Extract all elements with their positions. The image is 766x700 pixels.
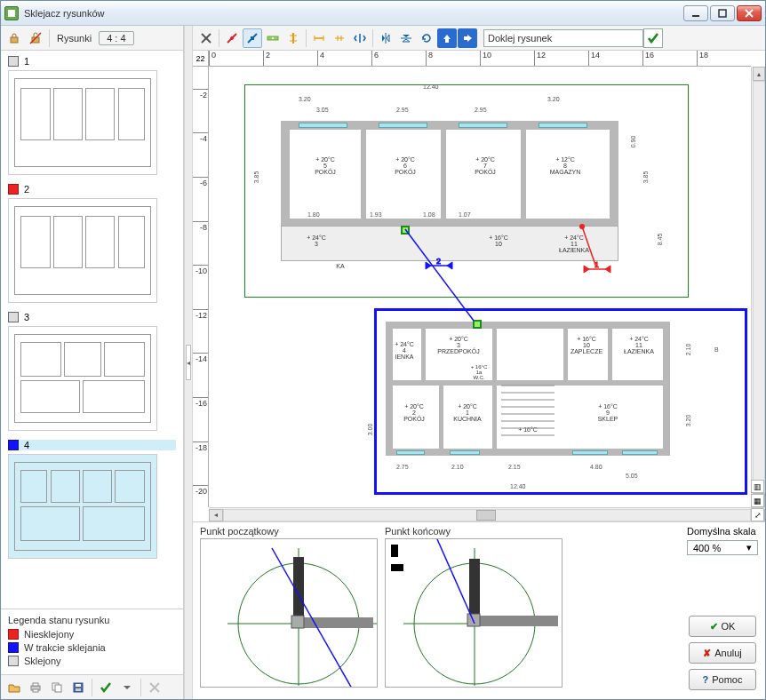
drawings-counter: 4 : 4 [99,31,133,45]
close-button[interactable] [737,5,762,21]
svg-rect-56 [291,616,304,628]
svg-rect-1 [719,10,726,17]
legend-title: Legenda stanu rysunku [8,615,176,625]
sidebar-toolbar: Rysunki 4 : 4 [1,26,183,51]
thumb-number: 1 [24,56,29,67]
snap-line-icon[interactable] [243,28,262,48]
svg-rect-11 [55,685,61,692]
save-icon[interactable] [68,678,88,697]
level-icon[interactable] [263,28,283,48]
help-button[interactable]: ?Pomoc [689,669,756,690]
layers-icon[interactable]: ▥ [751,480,764,493]
thumbnail-item[interactable]: 3 [8,312,176,431]
ruler-origin: 22 [193,51,209,67]
sidebar-bottom-toolbar [1,674,183,699]
cross-icon: ✘ [703,648,711,659]
dialog-buttons: ✔OK ✘Anuluj ?Pomoc [689,616,756,690]
horizontal-ruler: 02468101214161820 [209,51,751,67]
dimension-segment-icon[interactable] [330,28,349,48]
svg-rect-64 [469,616,558,626]
dropdown-caret-icon: ▾ [746,542,752,553]
default-scale-label: Domyślna skala [687,526,756,537]
legend-item: Niesklejony [8,629,176,640]
preview-panel: Punkt początkowy Pu [193,521,765,699]
arrow-up-icon[interactable] [437,28,457,48]
thumbnail-image [8,454,157,559]
window-title: Sklejacz rysunków [24,8,683,19]
svg-rect-13 [76,684,81,687]
lock-icon[interactable] [4,28,24,48]
titlebar: Sklejacz rysunków [1,1,765,26]
vertical-scrollbar[interactable]: ▴ ▾ [751,67,765,507]
horizontal-scrollbar[interactable]: ◂ ▸ [209,507,765,521]
align-vertical-icon[interactable] [283,28,303,48]
zoom-extents-icon[interactable]: ⤢ [751,508,764,521]
dimension-label: 12.40 [423,84,439,90]
legend-label: W trakcie sklejania [24,642,106,653]
legend-label: Sklejony [24,656,61,666]
print-icon[interactable] [26,678,45,697]
start-point-preview [200,538,378,688]
legend-swatch-icon [8,629,19,640]
start-point-label: Punkt początkowy [200,526,378,537]
ok-button[interactable]: ✔OK [689,616,756,637]
drawing-canvas[interactable]: 12.40 3.20 3.05 2.95 2.95 3.20 [209,67,765,507]
status-square-icon [8,184,19,195]
thumbnail-item[interactable]: 4 [8,440,176,559]
cancel-button[interactable]: ✘Anuluj [689,642,756,664]
mirror-h-icon[interactable] [396,28,416,48]
cancel-action-icon[interactable] [196,28,216,48]
svg-point-20 [230,36,234,40]
dimension-h-icon[interactable] [309,28,329,48]
workspace-toolbar: Doklej rysunek [193,26,765,51]
unlock-icon[interactable] [26,28,45,48]
dropdown-arrow-icon[interactable] [117,678,137,697]
grid-icon[interactable]: ▦ [751,494,764,507]
thumb-number: 2 [24,184,29,195]
drawings-label: Rysunki [57,33,92,44]
end-point-preview [385,538,563,688]
question-icon: ? [703,674,709,685]
copy-icon[interactable] [47,678,67,697]
snap-point-icon[interactable] [222,28,242,48]
scale-dropdown[interactable]: 400 % ▾ [687,540,758,555]
command-label: Doklej rysunek [488,33,552,44]
thumbnail-list: 1 2 [1,51,183,609]
sidebar-collapse-handle[interactable]: ◂ [184,26,193,699]
thumbnail-item[interactable]: 1 [8,56,176,175]
scroll-up-icon[interactable]: ▴ [753,67,765,81]
thumbnail-item[interactable]: 2 [8,184,176,303]
svg-rect-9 [33,689,38,692]
status-square-icon [8,56,19,67]
minimize-button[interactable] [683,5,708,21]
confirm-icon[interactable] [96,678,116,697]
svg-rect-62 [391,564,403,571]
app-window: Sklejacz rysunków Rysunki 4 : 4 1 [0,0,766,700]
status-square-icon [8,312,19,322]
workspace: Doklej rysunek 22 02468101214161820 -2-4… [193,26,765,699]
open-icon[interactable] [4,678,24,697]
mirror-v-icon[interactable] [376,28,395,48]
delete-icon[interactable] [145,678,164,697]
legend-label: Niesklejony [24,629,74,640]
scale-value: 400 % [693,543,721,553]
svg-rect-55 [293,617,373,628]
rotate-icon[interactable] [417,28,436,48]
command-confirm-button[interactable] [643,28,663,48]
svg-rect-22 [251,36,254,40]
vertical-ruler: -2-4-6-8-10-12-14-16-18-20 [193,67,209,507]
sidebar: Rysunki 4 : 4 1 [1,26,184,699]
scrollbar-thumb[interactable] [476,510,496,521]
legend-swatch-icon [8,642,19,653]
thumb-number: 4 [24,440,29,450]
flip-h-icon[interactable] [350,28,370,48]
app-icon [4,6,19,20]
scroll-left-icon[interactable]: ◂ [209,509,223,521]
command-dropdown[interactable]: Doklej rysunek [483,29,643,47]
legend: Legenda stanu rysunku Niesklejony W trak… [1,609,183,674]
svg-rect-8 [33,683,38,686]
arrow-right-icon[interactable] [458,28,477,48]
maximize-button[interactable] [710,5,735,21]
thumbnail-image [8,326,157,431]
svg-line-66 [437,539,475,624]
